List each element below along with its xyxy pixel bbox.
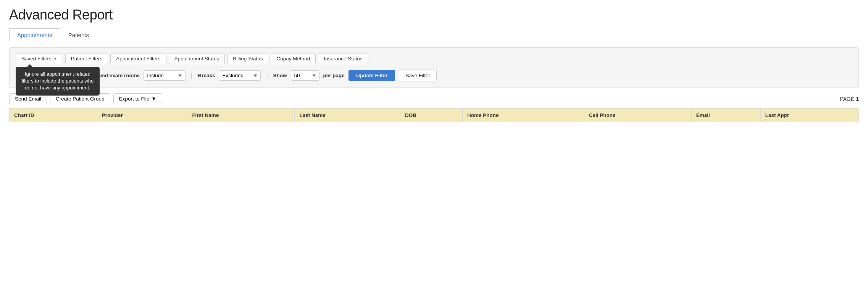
export-label: Export to File [119,96,150,102]
col-chart-id: Chart ID [10,109,97,122]
col-cell-phone: Cell Phone [584,109,691,122]
col-last-name: Last Name [295,109,400,122]
table-header-row: Chart ID Provider First Name Last Name D… [10,109,859,122]
appointment-filters-button[interactable]: Appointment Filters [110,53,166,64]
filter-buttons-row: Saved Filters ▼ Ignore all appointment r… [16,53,852,64]
tab-appointments[interactable]: Appointments [9,28,60,41]
data-table: Chart ID Provider First Name Last Name D… [9,108,859,122]
saved-filters-arrow: ▼ [53,57,57,61]
breaks-select[interactable]: Excluded Included [219,70,261,81]
appointment-status-button[interactable]: Appointment Status [169,53,225,64]
export-arrow-icon: ▼ [151,96,156,102]
saved-filters-button[interactable]: Saved Filters ▼ [16,53,63,64]
action-row: Send Email Create Patient Group Export t… [9,93,859,104]
page-info: PAGE 1 [840,96,859,102]
filter-panel: Saved Filters ▼ Ignore all appointment r… [9,47,859,88]
export-to-file-button[interactable]: Export to File ▼ [113,93,162,104]
tabs-bar: Appointments Patients [9,28,859,41]
patient-filters-button[interactable]: Patient Filters [65,53,108,64]
tooltip-wrapper: Saved Filters ▼ Ignore all appointment r… [16,53,63,64]
save-filter-button[interactable]: Save Filter [399,70,437,81]
saved-filters-label: Saved Filters [21,56,52,62]
show-select[interactable]: 25 50 100 200 [291,70,319,81]
page-label: PAGE [840,96,854,102]
page-number: 1 [856,96,859,102]
col-first-name: First Name [187,109,295,122]
options-row: Filter by patient only | Archived exam r… [16,70,852,81]
copay-method-button[interactable]: Copay Method [271,53,316,64]
col-last-appt: Last Appt [760,109,858,122]
billing-status-label: Billing Status [233,56,263,62]
col-dob: DOB [400,109,462,122]
archived-exam-rooms-select[interactable]: Include Exclude [144,70,186,81]
show-label: Show [273,73,287,78]
col-provider: Provider [97,109,187,122]
divider-3: | [265,72,269,79]
appointment-filters-label: Appointment Filters [116,56,160,62]
per-page-label: per page [323,73,345,78]
insurance-status-label: Insurance Status [324,56,362,62]
update-filter-button[interactable]: Update Filter [348,70,395,81]
patient-filters-label: Patient Filters [71,56,103,62]
insurance-status-button[interactable]: Insurance Status [318,53,368,64]
billing-status-button[interactable]: Billing Status [227,53,268,64]
appointment-status-label: Appointment Status [174,56,219,62]
tab-patients[interactable]: Patients [60,28,97,41]
divider-2: | [189,72,194,79]
col-email: Email [691,109,760,122]
breaks-label: Breaks [198,73,215,78]
copay-method-label: Copay Method [276,56,310,62]
filter-tooltip: Ignore all appointment related filters t… [16,67,100,96]
page-title: Advanced Report [9,7,859,23]
col-home-phone: Home Phone [463,109,584,122]
